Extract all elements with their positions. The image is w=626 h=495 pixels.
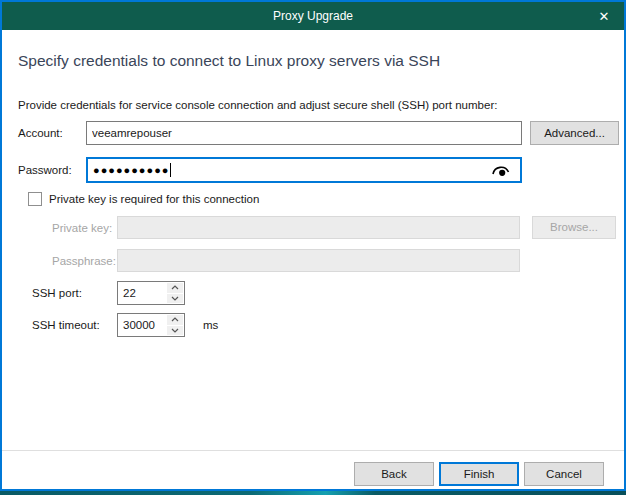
private-key-checkbox-label[interactable]: Private key is required for this connect… <box>49 192 259 206</box>
ssh-port-input[interactable]: 22 <box>117 281 185 305</box>
private-key-input <box>117 216 520 239</box>
page-title: Specify credentials to connect to Linux … <box>18 52 440 70</box>
advanced-button[interactable]: Advanced... <box>530 121 619 145</box>
window-title: Proxy Upgrade <box>273 9 353 23</box>
ssh-port-value: 22 <box>123 282 166 304</box>
chevron-up-icon <box>171 317 179 322</box>
password-input[interactable]: ●●●●●●●●●● <box>86 157 522 183</box>
ssh-timeout-value: 30000 <box>123 314 166 336</box>
chevron-down-icon <box>171 296 179 301</box>
footer-separator <box>2 450 624 451</box>
titlebar[interactable]: Proxy Upgrade ✕ <box>2 2 624 30</box>
password-reveal-icon[interactable] <box>490 162 512 179</box>
account-label: Account: <box>18 121 63 145</box>
finish-button[interactable]: Finish <box>439 462 519 486</box>
ssh-timeout-input[interactable]: 30000 <box>117 313 185 337</box>
ssh-timeout-spinner <box>167 315 183 335</box>
browse-button: Browse... <box>532 216 616 239</box>
spinner-up-button[interactable] <box>167 283 183 293</box>
ssh-timeout-unit: ms <box>203 313 218 337</box>
spinner-down-button[interactable] <box>167 326 183 336</box>
ssh-port-spinner <box>167 283 183 303</box>
instruction-text: Provide credentials for service console … <box>18 99 497 111</box>
spinner-down-button[interactable] <box>167 294 183 304</box>
account-input[interactable] <box>86 121 522 145</box>
password-label: Password: <box>18 158 72 182</box>
password-masked-value: ●●●●●●●●●● <box>93 165 169 176</box>
ssh-timeout-label: SSH timeout: <box>32 313 100 337</box>
back-button[interactable]: Back <box>354 462 434 486</box>
text-caret <box>170 163 171 177</box>
chevron-down-icon <box>171 328 179 333</box>
private-key-checkbox[interactable] <box>28 192 42 206</box>
private-key-label: Private key: <box>52 216 112 240</box>
spinner-up-button[interactable] <box>167 315 183 325</box>
passphrase-label: Passphrase: <box>52 249 116 273</box>
screen: Proxy Upgrade ✕ Specify credentials to c… <box>0 0 626 495</box>
close-icon[interactable]: ✕ <box>584 2 624 30</box>
ssh-port-label: SSH port: <box>32 281 82 305</box>
proxy-upgrade-dialog: Proxy Upgrade ✕ Specify credentials to c… <box>0 0 626 491</box>
chevron-up-icon <box>171 285 179 290</box>
cancel-button[interactable]: Cancel <box>524 462 604 486</box>
passphrase-input <box>117 249 520 272</box>
